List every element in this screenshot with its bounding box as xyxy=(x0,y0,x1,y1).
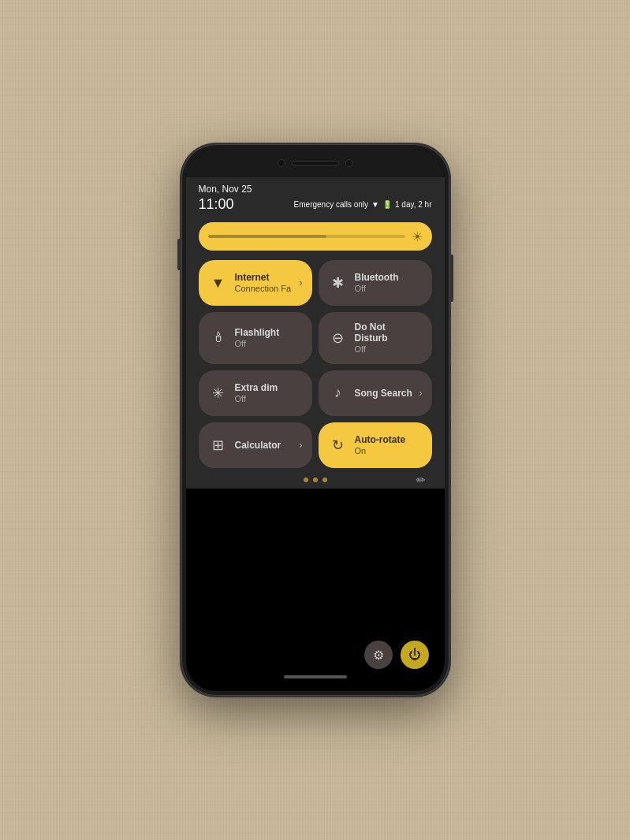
tile-dnd-subtitle: Off xyxy=(355,344,421,355)
tile-autorotate-title: Auto-rotate xyxy=(355,434,406,445)
bottom-buttons: ⚙ ⏻ xyxy=(186,641,445,675)
edit-icon[interactable]: ✏ xyxy=(416,474,426,486)
tile-calculator[interactable]: ⊞ Calculator › xyxy=(199,422,312,468)
tile-flashlight-text: Flashlight Off xyxy=(235,327,280,349)
page-dot-2 xyxy=(313,478,318,482)
tile-calculator-title: Calculator xyxy=(235,440,281,451)
dnd-icon: ⊖ xyxy=(330,329,347,347)
time-display: 11:00 xyxy=(199,196,234,213)
tile-internet-subtitle: Connection Fa xyxy=(235,284,292,294)
wifi-icon: ▼ xyxy=(210,275,227,292)
brightness-track xyxy=(208,235,405,238)
page-dot-1 xyxy=(304,478,308,482)
sensor-icon xyxy=(345,159,353,167)
tile-bluetooth-subtitle: Off xyxy=(355,284,399,294)
signal-icon: ▼ xyxy=(371,200,379,209)
extradim-icon: ✳ xyxy=(210,385,227,402)
tile-dnd-text: Do Not Disturb Off xyxy=(355,322,421,355)
phone-screen: Mon, Nov 25 11:00 Emergency calls only ▼… xyxy=(186,149,445,691)
songsearch-icon: ♪ xyxy=(330,385,347,401)
tile-bluetooth-text: Bluetooth Off xyxy=(355,272,399,294)
battery-text: 1 day, 2 hr xyxy=(395,200,432,209)
tile-extradim-title: Extra dim xyxy=(235,382,278,393)
page-dots-row: ✏ xyxy=(186,474,445,489)
page-dot-3 xyxy=(322,478,327,482)
tile-dnd[interactable]: ⊖ Do Not Disturb Off xyxy=(319,312,432,364)
brightness-fill xyxy=(208,235,326,238)
tile-autorotate[interactable]: ↻ Auto-rotate On xyxy=(319,422,432,468)
tile-autorotate-text: Auto-rotate On xyxy=(355,434,406,456)
phone-top-bar xyxy=(186,149,445,177)
battery-icon: 🔋 xyxy=(382,200,392,209)
screen-content: Mon, Nov 25 11:00 Emergency calls only ▼… xyxy=(186,177,445,691)
autorotate-icon: ↻ xyxy=(330,437,347,454)
bluetooth-icon: ✱ xyxy=(330,274,347,292)
flashlight-icon: 🕯 xyxy=(210,329,227,346)
tile-internet[interactable]: ▼ Internet Connection Fa › xyxy=(199,260,312,306)
date-display: Mon, Nov 25 xyxy=(199,184,432,195)
bottom-area: ⚙ ⏻ xyxy=(186,489,445,691)
tile-extradim[interactable]: ✳ Extra dim Off xyxy=(199,370,312,416)
tile-songsearch-text: Song Search xyxy=(355,388,412,399)
tile-calculator-text: Calculator xyxy=(235,440,281,451)
tile-songsearch[interactable]: ♪ Song Search › xyxy=(319,370,432,416)
tile-internet-text: Internet Connection Fa xyxy=(235,272,292,294)
brightness-slider[interactable]: ☀ xyxy=(199,222,432,251)
home-bar xyxy=(186,675,445,678)
home-indicator[interactable] xyxy=(284,675,347,678)
tile-extradim-subtitle: Off xyxy=(235,394,278,404)
tile-dnd-title: Do Not Disturb xyxy=(355,322,421,344)
tile-extradim-text: Extra dim Off xyxy=(235,382,278,404)
tile-flashlight[interactable]: 🕯 Flashlight Off xyxy=(199,312,312,364)
brightness-row[interactable]: ☀ xyxy=(186,216,445,257)
tile-flashlight-subtitle: Off xyxy=(235,339,280,349)
emergency-text: Emergency calls only xyxy=(294,200,368,209)
calculator-chevron-icon: › xyxy=(300,440,303,451)
tile-songsearch-title: Song Search xyxy=(355,388,412,399)
calculator-icon: ⊞ xyxy=(210,437,227,454)
chevron-icon: › xyxy=(300,277,303,288)
status-row: 11:00 Emergency calls only ▼ 🔋 1 day, 2 … xyxy=(199,196,432,213)
tile-autorotate-subtitle: On xyxy=(355,446,406,456)
songsearch-chevron-icon: › xyxy=(419,388,423,399)
brightness-icon: ☀ xyxy=(412,229,423,244)
tile-internet-title: Internet xyxy=(235,272,292,283)
quick-tiles-grid: ▼ Internet Connection Fa › ✱ Bluetooth O… xyxy=(186,257,445,474)
status-bar: Mon, Nov 25 11:00 Emergency calls only ▼… xyxy=(186,177,445,216)
status-right: Emergency calls only ▼ 🔋 1 day, 2 hr xyxy=(294,200,432,209)
tile-flashlight-title: Flashlight xyxy=(235,327,280,338)
tile-bluetooth[interactable]: ✱ Bluetooth Off xyxy=(319,260,432,306)
settings-button[interactable]: ⚙ xyxy=(364,641,393,669)
camera-notch xyxy=(278,159,353,167)
speaker-grill xyxy=(292,161,339,165)
phone-device: Mon, Nov 25 11:00 Emergency calls only ▼… xyxy=(181,144,449,696)
power-button[interactable]: ⏻ xyxy=(401,641,429,669)
front-camera-icon xyxy=(278,159,285,167)
tile-bluetooth-title: Bluetooth xyxy=(355,272,399,283)
